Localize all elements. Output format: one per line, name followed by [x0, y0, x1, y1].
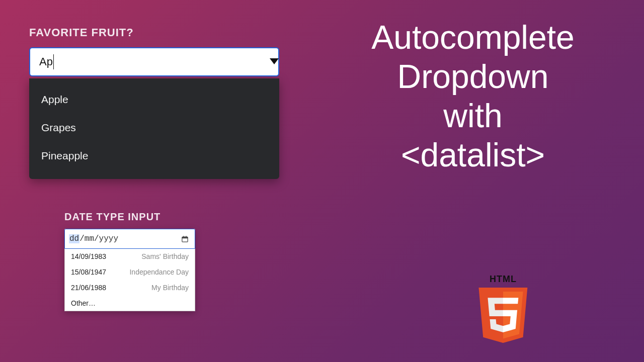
shield-icon	[475, 284, 531, 347]
date-input[interactable]: dd/mm/yyyy	[64, 229, 195, 249]
date-option[interactable]: 21/06/1988 My Birthday	[65, 280, 195, 296]
fruit-autocomplete-list: Apple Grapes Pineapple	[29, 78, 279, 179]
date-option-value: 14/09/1983	[71, 252, 106, 260]
headline-line: with	[332, 97, 614, 136]
date-option[interactable]: 14/09/1983 Sams' Birthday	[65, 249, 195, 264]
svg-rect-1	[182, 237, 188, 238]
date-option-desc: My Birthday	[151, 284, 189, 292]
calendar-icon[interactable]	[181, 235, 189, 243]
date-datalist: 14/09/1983 Sams' Birthday 15/08/1947 Ind…	[64, 249, 195, 311]
headline-line: Autocomplete	[332, 18, 614, 57]
fruit-option[interactable]: Apple	[29, 85, 279, 114]
date-type-input-label: DATE TYPE INPUT	[64, 211, 265, 223]
date-option-other[interactable]: Other…	[65, 296, 195, 311]
fruit-option[interactable]: Pineapple	[29, 142, 279, 170]
chevron-down-icon[interactable]	[270, 58, 279, 64]
html5-logo-text: HTML	[468, 274, 538, 285]
svg-rect-3	[186, 236, 186, 237]
html5-logo: HTML	[468, 274, 538, 347]
date-rest-segment: /mm/yyyy	[79, 234, 118, 243]
headline: Autocomplete Dropdown with <datalist>	[332, 18, 614, 175]
date-option-value: 15/08/1947	[71, 268, 106, 276]
fruit-option[interactable]: Grapes	[29, 114, 279, 142]
date-option[interactable]: 15/08/1947 Independance Day	[65, 264, 195, 280]
date-option-desc: Independance Day	[129, 268, 189, 276]
date-option-value: 21/06/1988	[71, 284, 106, 292]
date-input-container: dd/mm/yyyy 14/09/1983 Sams' Birthday 15/…	[64, 229, 195, 311]
favorite-fruit-input[interactable]	[29, 47, 279, 76]
headline-line: <datalist>	[332, 136, 614, 175]
headline-line: Dropdown	[332, 57, 614, 97]
svg-rect-2	[183, 236, 184, 237]
favorite-fruit-label: FAVORITE FRUIT?	[29, 26, 291, 39]
date-option-desc: Sams' Birthday	[141, 252, 189, 260]
text-cursor	[53, 54, 54, 69]
date-day-segment[interactable]: dd	[69, 234, 79, 243]
